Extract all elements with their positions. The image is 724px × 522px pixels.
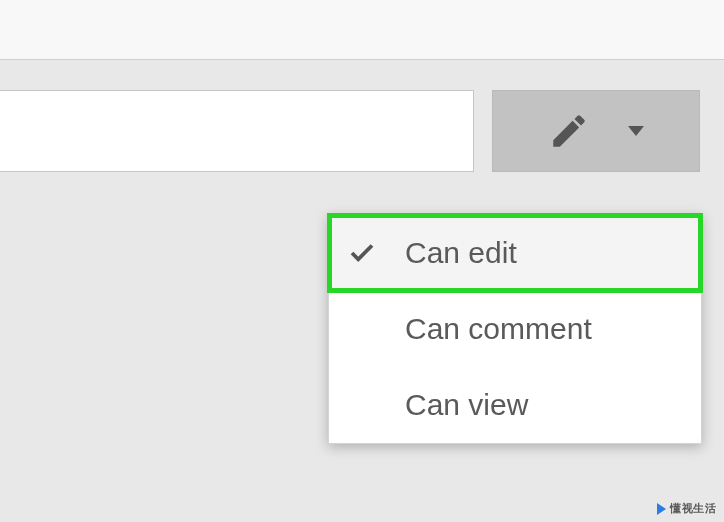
menu-item-can-view[interactable]: Can view xyxy=(329,367,701,443)
top-toolbar-band xyxy=(0,0,724,60)
permission-dropdown-button[interactable] xyxy=(492,90,700,172)
watermark-text: 懂视生活 xyxy=(670,501,716,516)
caret-down-icon xyxy=(628,126,644,136)
share-input-row xyxy=(0,90,700,172)
menu-item-can-edit[interactable]: Can edit xyxy=(329,215,701,291)
menu-item-label: Can view xyxy=(405,388,528,422)
menu-item-label: Can edit xyxy=(405,236,517,270)
check-icon-slot xyxy=(347,238,405,268)
check-icon xyxy=(347,238,377,268)
share-input[interactable] xyxy=(0,90,474,172)
pencil-icon xyxy=(548,110,590,152)
spacer xyxy=(474,90,492,172)
menu-item-can-comment[interactable]: Can comment xyxy=(329,291,701,367)
menu-item-label: Can comment xyxy=(405,312,592,346)
permission-dropdown-menu: Can edit Can comment Can view xyxy=(328,214,702,444)
watermark: 懂视生活 xyxy=(657,501,716,516)
play-icon xyxy=(657,503,666,515)
